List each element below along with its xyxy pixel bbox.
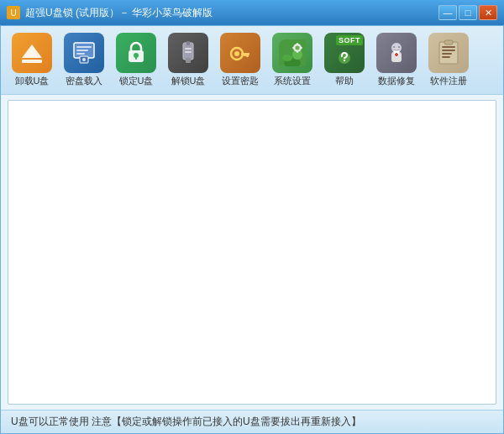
svg-rect-13 — [186, 58, 191, 63]
toolbar-repair[interactable]: 数据修复 — [372, 31, 421, 89]
close-button[interactable]: ✕ — [479, 5, 497, 20]
lock-icon — [116, 33, 156, 73]
svg-rect-19 — [246, 53, 249, 57]
password-icon — [220, 33, 260, 73]
svg-rect-44 — [442, 56, 450, 58]
svg-rect-29 — [292, 47, 295, 49]
window-title: 超强U盘锁 (试用版）－ 华彩小菜鸟破解版 — [25, 6, 213, 20]
svg-point-39 — [398, 46, 400, 48]
toolbar-lock[interactable]: 锁定U盘 — [112, 31, 160, 89]
svg-rect-41 — [442, 46, 455, 48]
svg-rect-43 — [442, 53, 452, 55]
toolbar-help[interactable]: SOFT 帮助 — [320, 31, 369, 89]
help-label: 帮助 — [335, 75, 354, 87]
svg-marker-0 — [22, 44, 42, 58]
svg-point-24 — [282, 55, 292, 61]
toolbar: 卸载U盘 密盘载入 — [1, 26, 503, 95]
settings-icon — [272, 33, 312, 73]
content-area — [8, 100, 496, 405]
svg-rect-3 — [76, 46, 92, 48]
toolbar-eject[interactable]: 卸载U盘 — [8, 31, 56, 89]
svg-point-32 — [344, 60, 345, 61]
svg-rect-45 — [444, 40, 453, 44]
svg-rect-5 — [76, 53, 85, 55]
svg-rect-1 — [22, 60, 42, 63]
unlock-icon — [168, 33, 208, 73]
svg-rect-10 — [135, 56, 137, 60]
svg-point-26 — [296, 46, 300, 50]
status-bar: U盘可以正常使用 注意【锁定或解锁操作前已接入的U盘需要拔出再重新接入】 — [1, 410, 503, 433]
svg-rect-4 — [76, 50, 88, 51]
lock-label: 锁定U盘 — [119, 75, 154, 87]
window-controls: — □ ✕ — [438, 5, 497, 20]
eject-label: 卸载U盘 — [15, 75, 50, 87]
svg-rect-28 — [297, 50, 298, 53]
svg-rect-20 — [244, 53, 246, 56]
svg-rect-30 — [300, 47, 302, 49]
toolbar-password[interactable]: 设置密匙 — [216, 31, 265, 89]
repair-icon — [376, 33, 417, 73]
title-bar-left: U 超强U盘锁 (试用版）－ 华彩小菜鸟破解版 — [7, 6, 213, 20]
repair-label: 数据修复 — [378, 75, 415, 87]
status-text: U盘可以正常使用 注意【锁定或解锁操作前已接入的U盘需要拔出再重新接入】 — [11, 415, 361, 429]
svg-point-38 — [393, 46, 395, 48]
svg-point-17 — [234, 51, 239, 56]
settings-label: 系统设置 — [274, 75, 311, 87]
toolbar-unlock[interactable]: 解锁U盘 — [164, 31, 213, 89]
svg-rect-27 — [297, 43, 298, 45]
toolbar-settings[interactable]: 系统设置 — [268, 31, 317, 89]
maximize-button[interactable]: □ — [459, 5, 477, 20]
minimize-button[interactable]: — — [438, 5, 457, 20]
soft-label-text: SOFT — [336, 35, 363, 45]
main-window: 卸载U盘 密盘载入 — [0, 25, 504, 434]
svg-rect-12 — [186, 41, 190, 45]
title-bar: U 超强U盘锁 (试用版）－ 华彩小菜鸟破解版 — □ ✕ — [0, 0, 504, 25]
encrypt-label: 密盘载入 — [66, 75, 102, 87]
toolbar-encrypt[interactable]: 密盘载入 — [60, 31, 108, 89]
register-label: 软件注册 — [430, 75, 467, 87]
svg-rect-42 — [442, 50, 455, 51]
svg-rect-14 — [185, 48, 192, 50]
svg-rect-15 — [185, 51, 192, 53]
encrypt-icon — [64, 33, 104, 73]
svg-rect-37 — [396, 53, 397, 56]
password-label: 设置密匙 — [222, 75, 259, 87]
svg-point-7 — [82, 58, 86, 61]
unlock-label: 解锁U盘 — [171, 75, 206, 87]
toolbar-register[interactable]: 软件注册 — [424, 31, 473, 89]
help-icon: SOFT — [324, 33, 365, 73]
register-icon — [428, 33, 469, 73]
eject-icon — [12, 33, 52, 73]
app-icon: U — [7, 6, 20, 19]
